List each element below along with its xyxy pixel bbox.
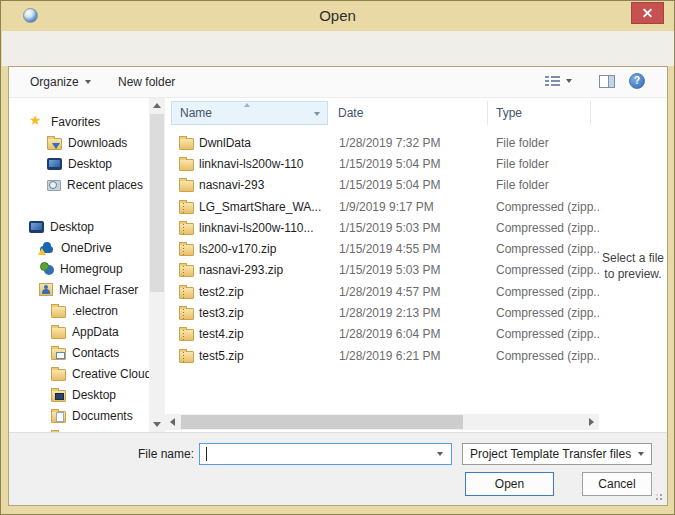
file-name-text: nasnavi-293.zip (199, 263, 283, 277)
sidebar-item-desktop[interactable]: Desktop (9, 384, 149, 405)
sidebar-item-label: AppData (72, 325, 119, 339)
change-view-button[interactable] (545, 75, 572, 87)
sidebar-item--electron[interactable]: .electron (9, 300, 149, 321)
sidebar-item-appdata[interactable]: AppData (9, 321, 149, 342)
file-row[interactable]: nasnavi-293.zip1/15/2019 5:03 PMCompress… (165, 260, 599, 281)
folder-icon (179, 180, 194, 192)
folder-documents-icon (51, 411, 66, 423)
zip-icon (179, 308, 194, 320)
close-button[interactable] (631, 2, 664, 24)
monitor-icon (29, 221, 44, 233)
file-row[interactable]: LG_SmartShare_WA...1/9/2019 9:17 PMCompr… (165, 196, 599, 217)
file-date-cell: 1/15/2019 4:55 PM (332, 242, 496, 256)
sidebar-item-label: Homegroup (60, 262, 123, 276)
preview-pane-button[interactable] (599, 75, 615, 91)
sidebar-item-michael-fraser[interactable]: Michael Fraser (9, 279, 149, 300)
folder-icon (51, 327, 66, 339)
sidebar-item-downloads[interactable]: Downloads (9, 132, 149, 153)
file-row[interactable]: test5.zip1/28/2019 6:21 PMCompressed (zi… (165, 345, 599, 366)
sidebar-item-documents[interactable]: Documents (9, 405, 149, 426)
sidebar-item-label: Recent places (67, 178, 143, 192)
column-header-name[interactable]: Name (171, 101, 328, 125)
file-row[interactable]: DwnlData1/28/2019 7:32 PMFile folder (165, 132, 599, 153)
resize-grip[interactable] (652, 490, 662, 500)
chevron-down-icon (85, 80, 91, 84)
scroll-left-icon[interactable] (170, 418, 175, 426)
horizontal-scrollbar-thumb[interactable] (181, 415, 463, 429)
file-name-cell: nasnavi-293 (165, 178, 332, 192)
column-header-date-label: Date (338, 106, 363, 120)
file-row[interactable]: test4.zip1/28/2019 6:04 PMCompressed (zi… (165, 324, 599, 345)
file-date-cell: 1/15/2019 5:04 PM (332, 157, 496, 171)
list-view-icon (545, 75, 560, 87)
file-type-dropdown[interactable]: Project Template Transfer files (462, 443, 652, 465)
preview-message: Select a file to preview. (601, 250, 665, 282)
sidebar-item-desktop[interactable]: Desktop (9, 153, 149, 174)
file-date-cell: 1/28/2019 7:32 PM (332, 136, 496, 150)
sidebar-item-onedrive[interactable]: OneDrive (9, 237, 149, 258)
zip-icon (179, 244, 194, 256)
sidebar-item-contacts[interactable]: Contacts (9, 342, 149, 363)
folder-desktop-icon (51, 390, 66, 402)
scroll-up-icon[interactable] (153, 103, 161, 108)
file-row[interactable]: ls200-v170.zip1/15/2019 4:55 PMCompresse… (165, 238, 599, 259)
file-row[interactable]: nasnavi-2931/15/2019 5:04 PMFile folder (165, 175, 599, 196)
main-area: FavoritesDownloadsDesktopRecent placesDe… (9, 98, 667, 432)
column-header-type[interactable]: Type (488, 101, 591, 125)
sidebar-item-desktop[interactable]: Desktop (9, 216, 149, 237)
column-header-date[interactable]: Date (328, 101, 488, 125)
scroll-right-icon[interactable] (589, 418, 594, 426)
sidebar-item-label: Documents (72, 409, 133, 423)
help-button[interactable]: ? (629, 73, 645, 89)
sidebar-item-label: Creative Cloud (72, 367, 149, 381)
file-type-cell: Compressed (zipp.. (496, 200, 599, 214)
file-date-cell: 1/15/2019 5:03 PM (332, 263, 496, 277)
file-row[interactable]: linknavi-ls200w-1101/15/2019 5:04 PMFile… (165, 153, 599, 174)
file-type-cell: File folder (496, 136, 599, 150)
content-frame: Organize New folder ? FavoritesDownloads… (8, 66, 668, 506)
file-type-cell: Compressed (zipp.. (496, 285, 599, 299)
title-bar: Open (1, 1, 674, 31)
file-name-text: DwnlData (199, 136, 251, 150)
sidebar-item-label: Favorites (51, 115, 100, 129)
organize-button[interactable]: Organize (30, 67, 91, 97)
file-row[interactable]: test3.zip1/28/2019 2:13 PMCompressed (zi… (165, 302, 599, 323)
preview-pane-icon (599, 75, 615, 88)
homegroup-icon (39, 262, 54, 275)
user-icon (39, 283, 53, 296)
horizontal-scrollbar[interactable] (165, 414, 599, 430)
sidebar-item-label: Desktop (50, 220, 94, 234)
file-name-dropdown-chevron-icon[interactable] (437, 452, 443, 456)
file-name-cell: test3.zip (165, 306, 332, 320)
sidebar-item-recent-places[interactable]: Recent places (9, 174, 149, 195)
file-type-cell: File folder (496, 178, 599, 192)
file-type-cell: Compressed (zipp.. (496, 263, 599, 277)
file-name-input[interactable] (206, 446, 425, 464)
warning-icon (38, 248, 46, 255)
open-dialog: Open ← → ↑ This PC Data (D:) Temp ↻ (0, 0, 675, 515)
sidebar-scrollbar[interactable] (149, 98, 165, 432)
sidebar-item-homegroup[interactable]: Homegroup (9, 258, 149, 279)
sidebar-item-creative-cloud[interactable]: Creative Cloud (9, 363, 149, 384)
scroll-down-icon[interactable] (153, 422, 161, 427)
sidebar-scrollbar-thumb[interactable] (150, 114, 164, 292)
file-name-text: test2.zip (199, 285, 244, 299)
filter-chevron-icon[interactable] (314, 112, 320, 116)
new-folder-button[interactable]: New folder (118, 67, 175, 97)
file-name-text: test3.zip (199, 306, 244, 320)
open-button[interactable]: Open (465, 472, 554, 496)
preview-pane: Select a file to preview. (599, 98, 667, 432)
file-row[interactable]: test2.zip1/28/2019 4:57 PMCompressed (zi… (165, 281, 599, 302)
zip-icon (179, 265, 194, 277)
dialog-footer: File name: Project Template Transfer fil… (9, 432, 667, 505)
file-date-cell: 1/28/2019 4:57 PM (332, 285, 496, 299)
sort-ascending-icon (244, 103, 250, 107)
file-type-cell: Compressed (zipp.. (496, 221, 599, 235)
sidebar-item-favorites[interactable]: Favorites (9, 111, 149, 132)
navigation-sidebar: FavoritesDownloadsDesktopRecent placesDe… (9, 98, 149, 432)
file-rows: DwnlData1/28/2019 7:32 PMFile folderlink… (165, 132, 599, 366)
zip-icon (179, 287, 194, 299)
cancel-button[interactable]: Cancel (582, 472, 652, 496)
file-row[interactable]: linknavi-ls200w-110...1/15/2019 5:03 PMC… (165, 217, 599, 238)
sidebar-item-label: Michael Fraser (59, 283, 138, 297)
